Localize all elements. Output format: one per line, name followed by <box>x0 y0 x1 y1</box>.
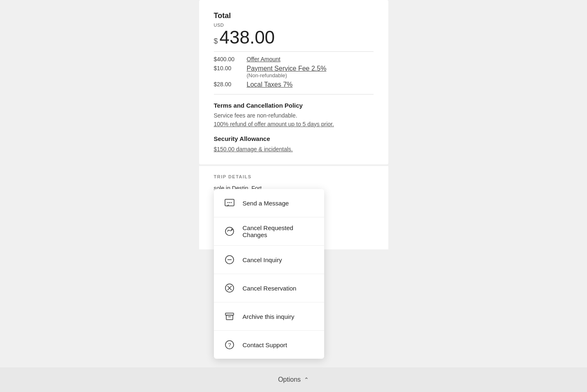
divider-top <box>214 51 374 52</box>
send-message-label: Send a Message <box>243 200 289 207</box>
dropdown-item-cancel-inquiry[interactable]: Cancel Inquiry <box>214 246 324 274</box>
service-fee-label[interactable]: Payment Service Fee 2.5% <box>247 65 327 72</box>
svg-text:?: ? <box>228 342 231 348</box>
security-title: Security Allowance <box>214 135 374 142</box>
service-fee-value: $10.00 <box>214 65 247 71</box>
archive-label: Archive this inquiry <box>243 313 295 320</box>
options-bar[interactable]: Options ⌃ <box>0 367 587 392</box>
cancel-reservation-icon <box>222 281 237 295</box>
cancel-changes-label: Cancel Requested Changes <box>243 224 316 238</box>
svg-point-2 <box>229 202 230 203</box>
dropdown-item-contact-support[interactable]: ? Contact Support <box>214 331 324 359</box>
cancel-inquiry-label: Cancel Inquiry <box>243 256 282 263</box>
divider-bottom <box>214 94 374 95</box>
line-item-service-fee: $10.00 Payment Service Fee 2.5% (Non-ref… <box>214 65 374 78</box>
total-label: Total <box>214 12 374 20</box>
line-item-taxes: $28.00 Local Taxes 7% <box>214 81 374 88</box>
service-fee-sub: (Non-refundable) <box>247 72 327 78</box>
security-text[interactable]: $150.00 damage & incidentals. <box>214 146 293 152</box>
dropdown-menu: Send a Message Cancel Requested Changes <box>214 189 324 359</box>
line-item-offer: $400.00 Offer Amount <box>214 56 374 62</box>
offer-amount-value: $400.00 <box>214 56 247 62</box>
service-fee-desc-block: Payment Service Fee 2.5% (Non-refundable… <box>247 65 327 78</box>
cancel-changes-icon <box>222 224 237 239</box>
line-items: $400.00 Offer Amount $10.00 Payment Serv… <box>214 56 374 88</box>
cancel-reservation-label: Cancel Reservation <box>243 285 297 292</box>
trip-details-heading: TRIP DETAILS <box>214 174 374 179</box>
archive-icon <box>222 309 237 324</box>
dropdown-item-cancel-reservation[interactable]: Cancel Reservation <box>214 274 324 302</box>
total-amount: 438.00 <box>220 28 275 46</box>
contact-support-label: Contact Support <box>243 341 287 348</box>
total-amount-row: $ 438.00 <box>214 28 374 46</box>
contact-support-icon: ? <box>222 337 237 352</box>
svg-point-3 <box>230 202 231 203</box>
svg-point-1 <box>227 202 228 203</box>
svg-rect-13 <box>226 315 233 320</box>
terms-text1: Service fees are non-refundable. <box>214 112 374 119</box>
total-card: Total USD $ 438.00 $400.00 Offer Amount … <box>199 0 388 164</box>
chevron-up-icon: ⌃ <box>304 376 309 383</box>
taxes-label[interactable]: Local Taxes 7% <box>247 81 293 88</box>
dropdown-item-cancel-changes[interactable]: Cancel Requested Changes <box>214 217 324 246</box>
dropdown-item-archive[interactable]: Archive this inquiry <box>214 302 324 331</box>
offer-amount-label[interactable]: Offer Amount <box>247 56 281 62</box>
svg-point-4 <box>225 227 234 235</box>
terms-title: Terms and Cancellation Policy <box>214 102 374 109</box>
options-label: Options <box>278 376 301 383</box>
terms-refund-link[interactable]: 100% refund of offer amount up to 5 days… <box>214 121 334 127</box>
taxes-value: $28.00 <box>214 81 247 88</box>
message-icon <box>222 196 237 210</box>
dollar-sign: $ <box>214 37 218 46</box>
cancel-inquiry-icon <box>222 252 237 267</box>
dropdown-item-send-message[interactable]: Send a Message <box>214 189 324 217</box>
